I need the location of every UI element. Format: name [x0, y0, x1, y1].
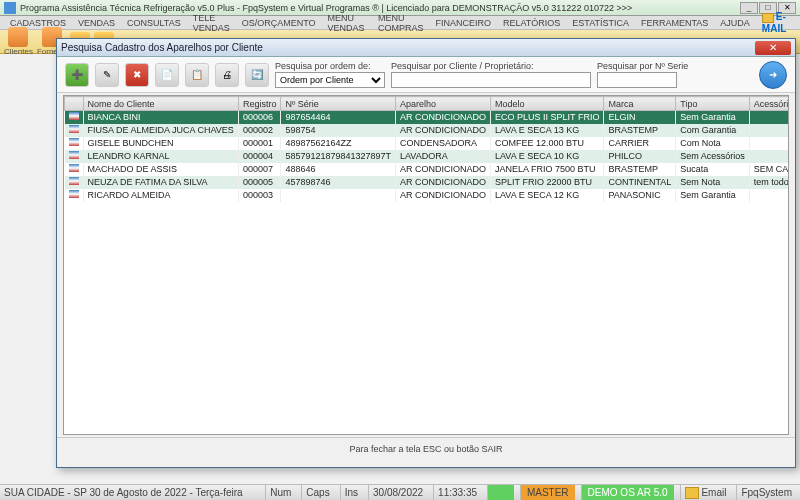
col-aparelho[interactable]: Aparelho	[396, 97, 491, 111]
table-cell: AR CONDICIONADO	[396, 176, 491, 189]
table-row[interactable]: BIANCA BINI000006987654464AR CONDICIONAD…	[65, 111, 790, 124]
table-cell: 000005	[238, 176, 281, 189]
arrow-right-icon: ➜	[769, 69, 777, 80]
table-cell: AR CONDICIONADO	[396, 189, 491, 202]
col-marca[interactable]: Marca	[604, 97, 676, 111]
dialog-close-button[interactable]: ✕	[755, 41, 791, 55]
col-registro[interactable]: Registro	[238, 97, 281, 111]
statusbar: SUA CIDADE - SP 30 de Agosto de 2022 - T…	[0, 484, 800, 500]
menu-os[interactable]: OS/ORÇAMENTO	[236, 18, 322, 28]
table-row[interactable]: NEUZA DE FATIMA DA SILVA000005457898746A…	[65, 176, 790, 189]
delete-button[interactable]: ✖	[125, 63, 149, 87]
search-order-group: Pesquisa por ordem de: Ordem por Cliente	[275, 61, 385, 88]
refresh-icon: 🔄	[251, 69, 263, 80]
table-cell: CARRIER	[604, 137, 676, 150]
doc1-button[interactable]: 📄	[155, 63, 179, 87]
search-order-select[interactable]: Ordem por Cliente	[275, 72, 385, 88]
search-serial-input[interactable]	[597, 72, 677, 88]
refresh-button[interactable]: 🔄	[245, 63, 269, 87]
menu-cadastros[interactable]: CADASTROS	[4, 18, 72, 28]
status-master: MASTER	[520, 485, 575, 500]
menu-vendas[interactable]: VENDAS	[72, 18, 121, 28]
search-go-button[interactable]: ➜	[759, 61, 787, 89]
print-button[interactable]: 🖨	[215, 63, 239, 87]
search-client-label: Pesquisar por Cliente / Proprietário:	[391, 61, 591, 71]
table-cell: MACHADO DE ASSIS	[83, 163, 238, 176]
search-client-group: Pesquisar por Cliente / Proprietário:	[391, 61, 591, 88]
table-row[interactable]: FIUSA DE ALMEIDA JUCA CHAVES000002598754…	[65, 124, 790, 137]
table-cell: Com Garantia	[676, 124, 750, 137]
table-cell	[749, 189, 789, 202]
menu-relatorios[interactable]: RELATÓRIOS	[497, 18, 566, 28]
search-client-input[interactable]	[391, 72, 591, 88]
results-table: Nome do Cliente Registro Nº Série Aparel…	[64, 96, 789, 202]
table-cell: 48987562164ZZ	[281, 137, 396, 150]
status-brand[interactable]: FpqSystem	[736, 485, 796, 500]
table-cell: NEUZA DE FATIMA DA SILVA	[83, 176, 238, 189]
add-button[interactable]: ➕	[65, 63, 89, 87]
edit-button[interactable]: ✎	[95, 63, 119, 87]
row-flag-cell	[65, 137, 84, 150]
menu-televendas[interactable]: TELE VENDAS	[187, 13, 236, 33]
table-cell: Sem Garantia	[676, 111, 750, 124]
menu-menuvendas[interactable]: MENU VENDAS	[322, 13, 372, 33]
table-cell: SPLIT FRIO 22000 BTU	[491, 176, 604, 189]
table-row[interactable]: GISELE BUNDCHEN00000148987562164ZZCONDEN…	[65, 137, 790, 150]
row-flag-cell	[65, 111, 84, 124]
table-cell: AR CONDICIONADO	[396, 124, 491, 137]
doc2-button[interactable]: 📋	[185, 63, 209, 87]
table-cell: AR CONDICIONADO	[396, 163, 491, 176]
table-row[interactable]: LEANDRO KARNAL00000458579121879841327897…	[65, 150, 790, 163]
results-table-wrap[interactable]: Nome do Cliente Registro Nº Série Aparel…	[63, 95, 789, 435]
table-cell	[749, 150, 789, 163]
flag-icon	[69, 190, 79, 198]
search-dialog: Pesquisa Cadastro dos Aparelhos por Clie…	[56, 38, 796, 468]
pencil-icon: ✎	[103, 69, 111, 80]
col-tipo[interactable]: Tipo	[676, 97, 750, 111]
app-icon	[4, 2, 16, 14]
status-email[interactable]: Email	[680, 485, 731, 500]
search-serial-group: Pesquisar por Nº Serie	[597, 61, 688, 88]
status-demo: DEMO OS AR 5.0	[581, 485, 674, 500]
table-cell: FIUSA DE ALMEIDA JUCA CHAVES	[83, 124, 238, 137]
menu-ajuda[interactable]: AJUDA	[714, 18, 756, 28]
table-cell: BRASTEMP	[604, 163, 676, 176]
table-cell: Sem Acessórios	[676, 150, 750, 163]
dialog-footer: Para fechar a tela ESC ou botão SAIR	[57, 437, 795, 460]
col-flag[interactable]	[65, 97, 84, 111]
table-cell: tem todos os cab	[749, 176, 789, 189]
clientes-label: Clientes	[4, 47, 33, 56]
menu-ferramentas[interactable]: FERRAMENTAS	[635, 18, 714, 28]
table-cell: Sucata	[676, 163, 750, 176]
table-cell	[749, 137, 789, 150]
table-cell: ELGIN	[604, 111, 676, 124]
table-cell: CONTINENTAL	[604, 176, 676, 189]
plus-icon: ➕	[71, 69, 83, 80]
table-cell: 000001	[238, 137, 281, 150]
col-serie[interactable]: Nº Série	[281, 97, 396, 111]
menu-consultas[interactable]: CONSULTAS	[121, 18, 187, 28]
col-acess[interactable]: Acessórios	[749, 97, 789, 111]
col-modelo[interactable]: Modelo	[491, 97, 604, 111]
list-icon: 📋	[191, 69, 203, 80]
col-nome[interactable]: Nome do Cliente	[83, 97, 238, 111]
table-cell: Com Nota	[676, 137, 750, 150]
flag-icon	[69, 112, 79, 120]
status-num: Num	[265, 485, 295, 500]
table-cell: 457898746	[281, 176, 396, 189]
table-cell: LAVA E SECA 13 KG	[491, 124, 604, 137]
menu-estatistica[interactable]: ESTATÍSTICA	[566, 18, 635, 28]
menu-email[interactable]: E-MAIL	[756, 11, 796, 34]
table-cell: AR CONDICIONADO	[396, 111, 491, 124]
table-cell: LAVA E SECA 10 KG	[491, 150, 604, 163]
table-cell: RICARDO ALMEIDA	[83, 189, 238, 202]
table-row[interactable]: MACHADO DE ASSIS000007488646AR CONDICION…	[65, 163, 790, 176]
clientes-button[interactable]	[8, 27, 28, 47]
menu-financeiro[interactable]: FINANCEIRO	[429, 18, 497, 28]
table-cell: LAVA E SECA 12 KG	[491, 189, 604, 202]
table-row[interactable]: RICARDO ALMEIDA000003AR CONDICIONADOLAVA…	[65, 189, 790, 202]
table-cell: 488646	[281, 163, 396, 176]
status-caps: Caps	[301, 485, 333, 500]
menu-menucompras[interactable]: MENU COMPRAS	[372, 13, 430, 33]
status-time: 11:33:35	[433, 485, 481, 500]
